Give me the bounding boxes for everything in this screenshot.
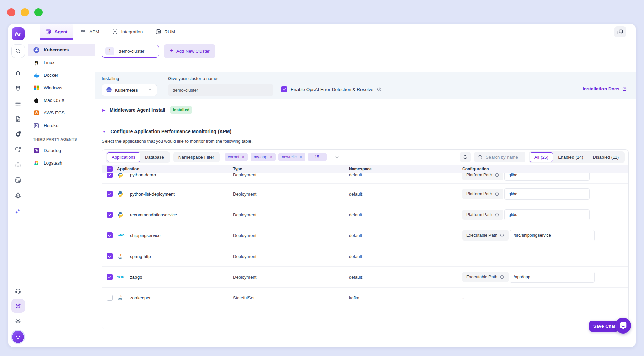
infrastructure-icon[interactable] bbox=[11, 81, 25, 95]
table-row[interactable]: GOzapgoDeploymentdefaultExecutable Path bbox=[102, 266, 628, 287]
table-row[interactable]: spring-httpDeploymentdefault- bbox=[102, 246, 628, 266]
agent-install-accordion[interactable]: ▶ Middleware Agent Install Installed bbox=[95, 99, 636, 121]
remove-tag-icon[interactable]: ✕ bbox=[270, 155, 273, 159]
java-icon bbox=[117, 295, 130, 301]
home-icon[interactable] bbox=[11, 66, 25, 80]
table-row[interactable]: GOshippingserviceDeploymentdefaultExecut… bbox=[102, 225, 628, 246]
config-value-input[interactable] bbox=[504, 188, 590, 200]
ai-sparkle-icon[interactable] bbox=[11, 204, 25, 218]
apm-accordion-header[interactable]: ▼ Configure Application Performance Moni… bbox=[102, 129, 636, 134]
row-checkbox[interactable] bbox=[107, 212, 113, 218]
expand-triangle-icon[interactable]: ▼ bbox=[102, 129, 106, 134]
filter-tag-more[interactable]: + 15 ... bbox=[308, 153, 327, 161]
apm-section-title: Configure Application Performance Monito… bbox=[110, 129, 231, 134]
left-icon-rail bbox=[8, 24, 28, 347]
headset-icon[interactable] bbox=[11, 284, 25, 297]
table-row[interactable]: zookeeperStatefulSetkafka- bbox=[102, 287, 628, 308]
info-icon bbox=[495, 191, 499, 196]
collapse-triangle-icon[interactable]: ▶ bbox=[102, 108, 105, 112]
status-filter-disabled[interactable]: Disabled (11) bbox=[588, 152, 624, 162]
sidebar-item-logstash[interactable]: Logstash bbox=[28, 157, 95, 169]
opsai-checkbox[interactable] bbox=[281, 86, 287, 92]
middleware-logo-icon[interactable] bbox=[12, 27, 25, 40]
row-checkbox[interactable] bbox=[107, 253, 113, 259]
application-type: Deployment bbox=[233, 191, 349, 197]
apm-lines-icon[interactable] bbox=[11, 97, 25, 110]
config-type-chip: Executable Path bbox=[462, 230, 509, 241]
status-filter-all[interactable]: All (25) bbox=[530, 152, 553, 162]
table-row[interactable]: python-list-deploymentDeploymentdefaultP… bbox=[102, 183, 628, 204]
select-all-checkbox[interactable] bbox=[107, 166, 113, 172]
info-icon bbox=[500, 233, 504, 238]
config-value-input[interactable] bbox=[504, 209, 590, 220]
row-checkbox[interactable] bbox=[107, 274, 113, 280]
install-box-icon[interactable] bbox=[11, 299, 25, 313]
close-window-button[interactable] bbox=[7, 8, 15, 16]
application-namespace: default bbox=[349, 275, 462, 280]
sidebar-item-aws-ecs[interactable]: AWS ECS bbox=[28, 107, 95, 119]
table-row[interactable]: python-demoDeploymentdefaultPlatform Pat… bbox=[102, 173, 628, 183]
chip-icon[interactable] bbox=[11, 189, 25, 202]
view-tab-applications[interactable]: Applications bbox=[107, 152, 140, 162]
installation-docs-link[interactable]: Installation Docs bbox=[583, 86, 627, 91]
refresh-button[interactable] bbox=[460, 152, 471, 162]
sidebar-item-windows[interactable]: Windows bbox=[28, 81, 95, 94]
sidebar-item-linux[interactable]: Linux bbox=[28, 56, 95, 69]
filter-tag-coroot[interactable]: coroot ✕ bbox=[225, 153, 248, 161]
application-namespace: default bbox=[349, 254, 462, 259]
plus-icon: + bbox=[170, 47, 173, 54]
search-input[interactable] bbox=[486, 155, 522, 160]
bot-icon[interactable] bbox=[11, 158, 25, 172]
application-type: Deployment bbox=[233, 212, 349, 217]
table-row[interactable]: recommendationserviceDeploymentdefaultPl… bbox=[102, 204, 628, 225]
minimize-window-button[interactable] bbox=[21, 8, 29, 16]
application-configuration: - bbox=[462, 295, 628, 300]
filter-tag-my-app[interactable]: my-app ✕ bbox=[251, 153, 276, 161]
sidebar-item-datadog[interactable]: Datadog bbox=[28, 144, 95, 157]
tab-agent[interactable]: Agent bbox=[40, 24, 73, 40]
filter-tag-newrelic[interactable]: newrelic ✕ bbox=[278, 153, 305, 161]
sidebar-item-mac-os-x[interactable]: Mac OS X bbox=[28, 94, 95, 107]
status-filter-enabled[interactable]: Enabled (14) bbox=[553, 152, 588, 162]
row-checkbox[interactable] bbox=[107, 191, 113, 197]
info-icon bbox=[495, 212, 499, 217]
gear-icon[interactable] bbox=[11, 314, 25, 328]
cluster-tab[interactable]: 1 demo-cluster bbox=[102, 45, 159, 58]
view-tab-database[interactable]: Database bbox=[140, 152, 169, 162]
sidebar-item-heroku[interactable]: Heroku bbox=[28, 119, 95, 132]
sidebar-item-kubernetes[interactable]: Kubernetes bbox=[28, 44, 95, 56]
remove-tag-icon[interactable]: ✕ bbox=[242, 155, 245, 159]
row-checkbox[interactable] bbox=[107, 295, 113, 301]
row-checkbox[interactable] bbox=[107, 232, 113, 238]
remove-tag-icon[interactable]: ✕ bbox=[299, 155, 302, 159]
dashboards-icon[interactable] bbox=[11, 143, 25, 156]
rum-icon[interactable] bbox=[11, 173, 25, 187]
application-namespace: default bbox=[349, 191, 462, 197]
cluster-tab-index-badge: 1 bbox=[105, 47, 114, 55]
maximize-window-button[interactable] bbox=[34, 8, 43, 16]
logs-icon[interactable] bbox=[11, 112, 25, 126]
namespace-filter-button[interactable]: Namespace Filter bbox=[173, 152, 220, 162]
column-header-namespace: Namespace bbox=[349, 167, 462, 171]
alerts-icon[interactable] bbox=[11, 127, 25, 141]
sidebar-item-docker[interactable]: Docker bbox=[28, 69, 95, 81]
row-checkbox[interactable] bbox=[107, 173, 113, 178]
tab-integration[interactable]: Integration bbox=[107, 24, 148, 40]
linux-icon bbox=[33, 59, 40, 66]
clipped-row-viewport: python-demoDeploymentdefaultPlatform Pat… bbox=[102, 173, 628, 183]
intercom-chat-button[interactable] bbox=[615, 318, 631, 334]
config-value-input[interactable] bbox=[510, 230, 595, 241]
search-icon[interactable] bbox=[11, 44, 25, 58]
save-changes-button[interactable]: Save Changes bbox=[589, 321, 618, 332]
add-new-cluster-button[interactable]: + Add New Cluster bbox=[164, 44, 215, 58]
cluster-name-input[interactable] bbox=[168, 84, 273, 96]
platform-select[interactable]: Kubernetes bbox=[102, 84, 157, 96]
chevron-down-icon[interactable] bbox=[334, 154, 340, 160]
user-avatar[interactable] bbox=[12, 331, 24, 343]
open-in-window-button[interactable] bbox=[614, 26, 626, 37]
tab-apm[interactable]: APM bbox=[75, 24, 104, 40]
config-value-input[interactable] bbox=[504, 173, 590, 181]
tab-rum[interactable]: RUM bbox=[150, 24, 180, 40]
application-type: Deployment bbox=[233, 173, 349, 177]
config-value-input[interactable] bbox=[510, 272, 595, 283]
